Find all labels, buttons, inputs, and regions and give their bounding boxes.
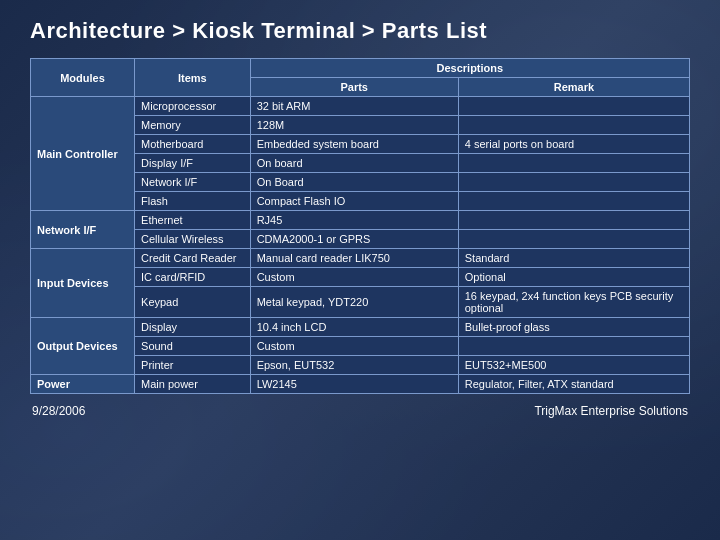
- remark-cell: Standard: [458, 249, 689, 268]
- module-cell: Output Devices: [31, 318, 135, 375]
- col-header-remark: Remark: [458, 78, 689, 97]
- parts-cell: Custom: [250, 337, 458, 356]
- item-cell: Memory: [135, 116, 251, 135]
- parts-cell: Epson, EUT532: [250, 356, 458, 375]
- parts-cell: 32 bit ARM: [250, 97, 458, 116]
- remark-cell: [458, 97, 689, 116]
- parts-cell: Metal keypad, YDT220: [250, 287, 458, 318]
- main-container: Architecture > Kiosk Terminal > Parts Li…: [0, 0, 720, 428]
- col-header-items: Items: [135, 59, 251, 97]
- parts-cell: Compact Flash IO: [250, 192, 458, 211]
- remark-cell: [458, 173, 689, 192]
- item-cell: Display I/F: [135, 154, 251, 173]
- item-cell: Microprocessor: [135, 97, 251, 116]
- parts-cell: RJ45: [250, 211, 458, 230]
- item-cell: Motherboard: [135, 135, 251, 154]
- remark-cell: [458, 337, 689, 356]
- remark-cell: [458, 116, 689, 135]
- item-cell: Display: [135, 318, 251, 337]
- footer-date: 9/28/2006: [32, 404, 85, 418]
- item-cell: Keypad: [135, 287, 251, 318]
- item-cell: Main power: [135, 375, 251, 394]
- module-cell: Network I/F: [31, 211, 135, 249]
- item-cell: IC card/RFID: [135, 268, 251, 287]
- col-header-modules: Modules: [31, 59, 135, 97]
- module-cell: Input Devices: [31, 249, 135, 318]
- item-cell: Network I/F: [135, 173, 251, 192]
- item-cell: Ethernet: [135, 211, 251, 230]
- remark-cell: Bullet-proof glass: [458, 318, 689, 337]
- remark-cell: Regulator, Filter, ATX standard: [458, 375, 689, 394]
- parts-cell: CDMA2000-1 or GPRS: [250, 230, 458, 249]
- module-cell: Main Controller: [31, 97, 135, 211]
- item-cell: Cellular Wireless: [135, 230, 251, 249]
- table-body: Main ControllerMicroprocessor32 bit ARMM…: [31, 97, 690, 394]
- remark-cell: 4 serial ports on board: [458, 135, 689, 154]
- remark-cell: 16 keypad, 2x4 function keys PCB securit…: [458, 287, 689, 318]
- remark-cell: Optional: [458, 268, 689, 287]
- col-header-parts: Parts: [250, 78, 458, 97]
- item-cell: Credit Card Reader: [135, 249, 251, 268]
- remark-cell: [458, 211, 689, 230]
- parts-cell: Custom: [250, 268, 458, 287]
- footer: 9/28/2006 TrigMax Enterprise Solutions: [30, 404, 690, 418]
- parts-cell: Embedded system board: [250, 135, 458, 154]
- parts-cell: 10.4 inch LCD: [250, 318, 458, 337]
- parts-cell: On Board: [250, 173, 458, 192]
- item-cell: Printer: [135, 356, 251, 375]
- parts-cell: LW2145: [250, 375, 458, 394]
- remark-cell: [458, 192, 689, 211]
- parts-cell: 128M: [250, 116, 458, 135]
- parts-cell: On board: [250, 154, 458, 173]
- footer-company: TrigMax Enterprise Solutions: [534, 404, 688, 418]
- col-header-descriptions: Descriptions: [250, 59, 689, 78]
- remark-cell: [458, 154, 689, 173]
- parts-cell: Manual card reader LIK750: [250, 249, 458, 268]
- item-cell: Sound: [135, 337, 251, 356]
- parts-table: Modules Items Descriptions Parts Remark …: [30, 58, 690, 394]
- remark-cell: EUT532+ME500: [458, 356, 689, 375]
- page-title: Architecture > Kiosk Terminal > Parts Li…: [30, 18, 690, 44]
- module-cell: Power: [31, 375, 135, 394]
- remark-cell: [458, 230, 689, 249]
- item-cell: Flash: [135, 192, 251, 211]
